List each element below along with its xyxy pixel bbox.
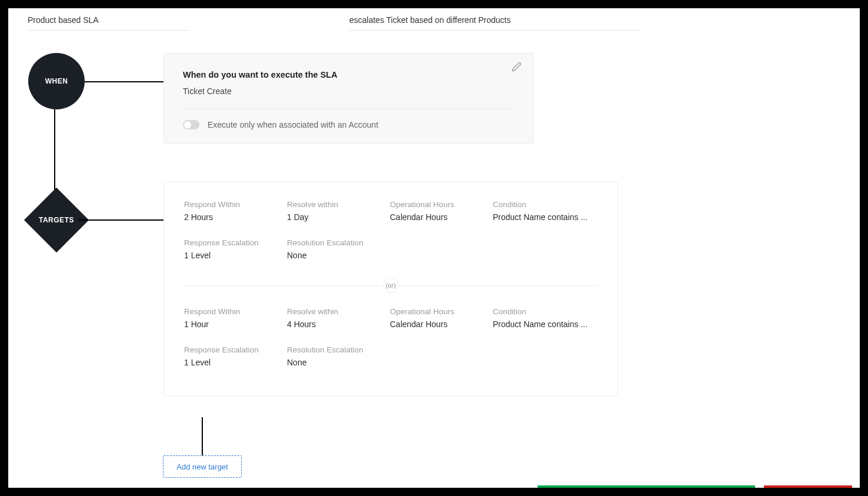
condition-label: Condition [493,200,599,209]
operational-hours-label: Operational Hours [390,307,493,316]
resolution-escalation-value: None [287,251,390,260]
resolution-escalation-label: Resolution Escalation [287,345,390,354]
or-separator: (or) [184,278,597,293]
respond-within-label: Respond Within [184,307,287,316]
when-trigger-value: Ticket Create [183,86,515,96]
connector-line [79,219,163,221]
condition-value: Product Name contains ... [493,319,599,329]
connector-line [85,81,163,82]
target-row: Respond Within 2 Hours Resolve within 1 … [184,200,597,273]
respond-within-value: 1 Hour [184,319,287,329]
account-only-toggle[interactable] [183,120,199,129]
targets-card[interactable]: Respond Within 2 Hours Resolve within 1 … [163,182,618,396]
condition-label: Condition [493,307,599,316]
footer-accent-red [764,485,852,488]
response-escalation-label: Response Escalation [184,345,287,354]
resolve-within-value: 1 Day [287,212,390,222]
response-escalation-value: 1 Level [184,358,287,367]
sla-description-field[interactable]: escalates Ticket based on different Prod… [349,12,640,31]
resolution-escalation-value: None [287,358,390,367]
pencil-icon [512,62,522,72]
when-card-title: When do you want to execute the SLA [183,70,515,79]
resolve-within-label: Resolve within [287,200,390,209]
sla-name-field[interactable]: Product based SLA [28,12,189,31]
footer-accent-green [538,485,755,488]
respond-within-label: Respond Within [184,200,287,209]
edit-when-button[interactable] [512,62,522,72]
connector-line [54,109,55,192]
target-row: Respond Within 1 Hour Resolve within 4 H… [184,307,597,380]
when-node-label: WHEN [45,77,68,85]
targets-node-label: TARGETS [39,216,74,224]
when-card[interactable]: When do you want to execute the SLA Tick… [163,53,534,144]
divider [183,109,515,109]
add-new-target-label: Add new target [176,462,228,471]
or-separator-label: (or) [383,278,399,293]
toggle-knob [184,121,191,128]
operational-hours-value: Calendar Hours [390,212,493,222]
resolve-within-label: Resolve within [287,307,390,316]
respond-within-value: 2 Hours [184,212,287,222]
response-escalation-value: 1 Level [184,251,287,260]
when-node: WHEN [28,53,85,109]
operational-hours-value: Calendar Hours [390,319,493,329]
add-new-target-button[interactable]: Add new target [163,455,242,478]
response-escalation-label: Response Escalation [184,238,287,247]
connector-line [202,417,203,455]
operational-hours-label: Operational Hours [390,200,493,209]
resolve-within-value: 4 Hours [287,319,390,329]
account-only-toggle-label: Execute only when associated with an Acc… [208,120,378,129]
resolution-escalation-label: Resolution Escalation [287,238,390,247]
sla-builder-canvas: Product based SLA escalates Ticket based… [8,8,860,488]
condition-value: Product Name contains ... [493,212,599,222]
